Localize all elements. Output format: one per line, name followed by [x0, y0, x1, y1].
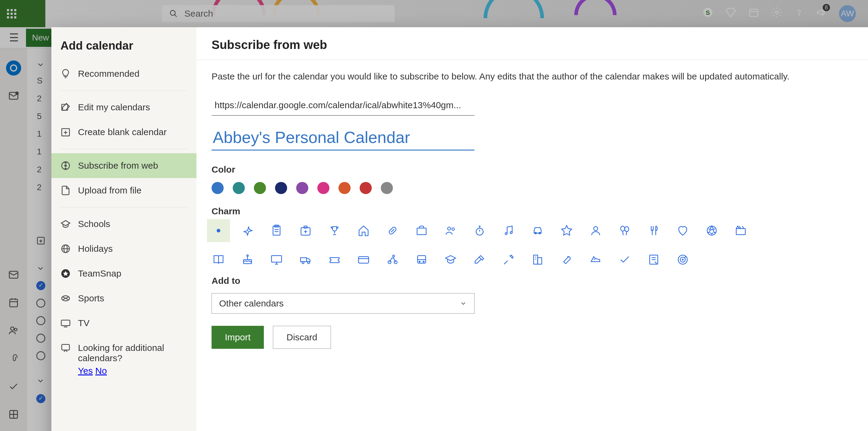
svg-line-65 [391, 229, 394, 232]
svg-point-67 [447, 227, 451, 230]
sidebar-item-recommended[interactable]: Recommended [51, 61, 196, 86]
addto-dropdown[interactable]: Other calendars [212, 293, 474, 314]
charm-card[interactable] [356, 253, 371, 267]
color-swatch[interactable] [339, 182, 350, 194]
charm-car[interactable] [531, 224, 545, 238]
charm-movie[interactable] [734, 224, 748, 238]
color-swatch[interactable] [296, 182, 308, 194]
charm-star[interactable] [560, 224, 574, 238]
charm-trophy[interactable] [328, 224, 342, 238]
chevron-down-icon [460, 300, 467, 307]
charm-plane[interactable] [241, 224, 254, 238]
color-swatch[interactable] [254, 182, 266, 194]
color-swatches [212, 182, 868, 194]
charm-soccer[interactable] [705, 224, 719, 238]
svg-line-106 [594, 259, 595, 259]
svg-point-97 [393, 255, 395, 257]
charm-fork[interactable] [647, 224, 661, 238]
svg-point-69 [476, 228, 483, 235]
svg-point-40 [65, 168, 66, 169]
charm-check[interactable] [618, 253, 632, 267]
charm-note[interactable] [647, 253, 661, 267]
color-swatch[interactable] [275, 182, 287, 194]
svg-point-91 [302, 262, 304, 264]
charm-grad[interactable] [444, 253, 458, 267]
color-swatch[interactable] [317, 182, 330, 194]
web-icon [60, 160, 71, 171]
charm-ticket[interactable] [328, 253, 342, 267]
charm-bus[interactable] [415, 253, 429, 267]
charm-stopwatch[interactable] [473, 224, 487, 238]
sidebar-item-teamsnap[interactable]: TeamSnap [51, 261, 196, 286]
svg-point-79 [625, 227, 629, 232]
add-calendar-modal: Add calendar Recommended Edit my calenda… [51, 27, 868, 431]
svg-rect-48 [61, 320, 70, 326]
charm-person[interactable] [589, 224, 602, 238]
svg-point-92 [308, 262, 310, 264]
charm-tools[interactable] [502, 253, 516, 267]
charm-monitor[interactable] [270, 253, 283, 267]
svg-rect-59 [304, 226, 307, 228]
import-button[interactable]: Import [212, 326, 264, 349]
sidebar-item-schools[interactable]: Schools [51, 212, 196, 236]
sidebar-item-sports[interactable]: Sports [51, 286, 196, 311]
charm-building[interactable] [531, 253, 545, 267]
sports-icon [60, 293, 71, 304]
charm-clipboard[interactable] [270, 224, 283, 238]
charm-music[interactable] [502, 224, 516, 238]
calendar-name-input[interactable] [212, 125, 474, 151]
charm-truck[interactable] [299, 253, 312, 267]
charm-balloons[interactable] [618, 224, 632, 238]
svg-point-73 [505, 233, 507, 235]
svg-line-81 [626, 232, 627, 235]
svg-rect-103 [538, 257, 541, 264]
svg-rect-93 [359, 256, 368, 263]
charm-target[interactable] [676, 253, 690, 267]
modal-main: Subscribe from web Paste the url for the… [196, 27, 868, 431]
charm-label: Charm [212, 206, 868, 216]
svg-rect-102 [534, 255, 538, 264]
charm-briefcase[interactable] [415, 224, 429, 238]
sidebar-item-holidays[interactable]: Holidays [51, 236, 196, 261]
feedback-no[interactable]: No [95, 366, 107, 376]
modal-main-title: Subscribe from web [212, 38, 868, 52]
charm-heart[interactable] [676, 224, 690, 238]
teamsnap-icon [60, 268, 71, 279]
lightbulb-icon [60, 69, 71, 79]
charm-dot[interactable] [207, 219, 230, 242]
svg-point-77 [594, 227, 597, 230]
charm-medical[interactable] [299, 224, 312, 238]
charm-shoe[interactable] [589, 253, 602, 267]
color-swatch[interactable] [233, 182, 245, 194]
svg-point-74 [510, 232, 512, 234]
svg-point-101 [423, 261, 424, 262]
sidebar-item-subscribe[interactable]: Subscribe from web [51, 153, 196, 178]
color-swatch[interactable] [212, 182, 224, 194]
feedback-yes[interactable]: Yes [78, 366, 93, 376]
file-icon [60, 185, 71, 195]
sidebar-item-tv[interactable]: TV [51, 311, 196, 336]
charm-grid [212, 224, 755, 267]
color-swatch[interactable] [381, 182, 393, 194]
color-swatch[interactable] [360, 182, 372, 194]
sidebar-item-blank[interactable]: Create blank calendar [51, 120, 196, 145]
svg-line-80 [623, 231, 623, 235]
svg-rect-83 [736, 228, 745, 235]
charm-home[interactable] [356, 224, 371, 238]
charm-hammer[interactable] [473, 253, 487, 267]
discard-button[interactable]: Discard [273, 326, 331, 349]
sidebar-item-edit[interactable]: Edit my calendars [51, 95, 196, 120]
charm-bike[interactable] [385, 253, 400, 267]
charm-pill[interactable] [385, 224, 400, 238]
svg-rect-87 [271, 256, 281, 263]
svg-point-39 [65, 162, 66, 163]
svg-rect-66 [417, 228, 426, 235]
charm-people[interactable] [444, 224, 458, 238]
sidebar-feedback: Looking for additional calendars? Yes No [51, 336, 196, 383]
svg-point-100 [419, 261, 420, 262]
charm-cake[interactable] [241, 253, 254, 267]
sidebar-item-upload[interactable]: Upload from file [51, 178, 196, 203]
charm-wrench[interactable] [560, 253, 574, 267]
url-input[interactable] [212, 95, 474, 116]
charm-book[interactable] [212, 253, 225, 267]
